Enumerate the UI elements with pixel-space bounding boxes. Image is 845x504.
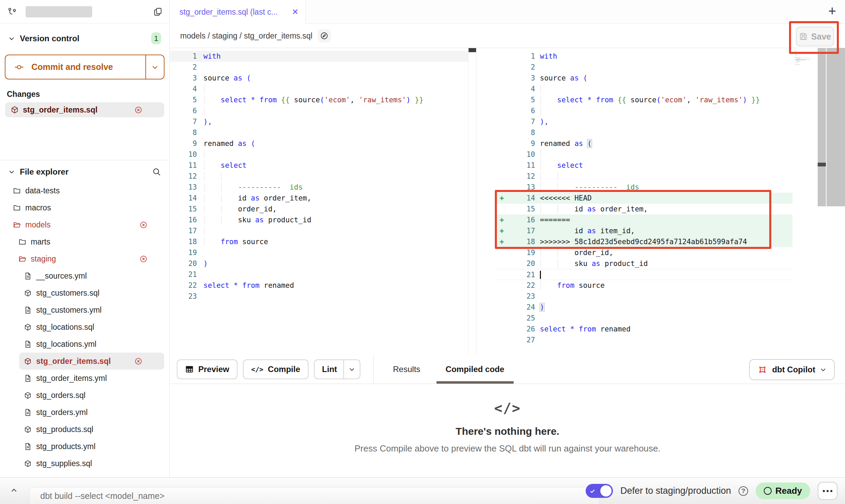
- chevron-down-icon[interactable]: [8, 35, 15, 42]
- doc-icon: [24, 340, 32, 348]
- code-line-11: 11 select: [496, 160, 792, 171]
- code-line-7: 7),: [170, 116, 468, 127]
- code-line-9: 9renamed as (: [170, 138, 468, 149]
- tree-item-stg-locations-sql[interactable]: stg_locations.sql: [0, 318, 169, 336]
- code-line-4: 4: [170, 84, 468, 94]
- lineage-compass-button[interactable]: [318, 29, 331, 42]
- tree-item-stg-orders-yml[interactable]: stg_orders.yml: [0, 404, 169, 421]
- empty-state-subtitle: Press Compile above to preview the SQL d…: [170, 443, 845, 454]
- cube-icon: [24, 289, 32, 297]
- code-line-10: 10: [496, 149, 792, 160]
- status-badge: Ready: [756, 483, 810, 499]
- tree-item-label: marts: [31, 237, 51, 247]
- tree-item-label: staging: [31, 254, 56, 264]
- chevron-down-icon[interactable]: [8, 168, 15, 175]
- folder-open-icon: [13, 221, 21, 229]
- code-line-18: +18>>>>>>> 58c1dd23d5eebd9cd2495fa7124ab…: [496, 236, 792, 247]
- code-line-19: 19 order_id,: [496, 247, 792, 258]
- code-line-20: 20): [170, 258, 468, 269]
- command-placeholder: dbt build --select <model_name>: [40, 491, 164, 501]
- tree-item-label: stg_orders.yml: [36, 408, 88, 417]
- discard-change-icon[interactable]: [140, 221, 147, 229]
- tree-item-models[interactable]: models: [0, 216, 169, 233]
- code-line-23: 23: [170, 291, 468, 302]
- compile-button[interactable]: </> Compile: [243, 359, 309, 379]
- defer-toggle[interactable]: [586, 484, 613, 498]
- tab-results[interactable]: Results: [384, 355, 430, 384]
- code-line-4: 4: [496, 84, 792, 94]
- editor-pane-current[interactable]: 1with23source as (45 select * from {{ so…: [496, 48, 845, 355]
- sidebar: Version control 1 Commit and resolve Cha…: [0, 0, 170, 477]
- command-input[interactable]: dbt build --select <model_name>: [29, 487, 600, 504]
- commit-options-caret[interactable]: [145, 55, 164, 79]
- code-line-5: 5 select * from {{ source('ecom', 'raw_i…: [170, 94, 468, 105]
- dbt-copilot-button[interactable]: dbt Copilot: [749, 359, 835, 380]
- code-line-16: +16=======: [496, 214, 792, 225]
- tree-item-data-tests[interactable]: data-tests: [0, 182, 169, 199]
- tab-bar: stg_order_items.sql (last c... ✕ +: [170, 0, 845, 24]
- tree-item-stg-customers-sql[interactable]: stg_customers.sql: [0, 284, 169, 301]
- tree-item-stg-products-sql[interactable]: stg_products.sql: [0, 421, 169, 438]
- close-tab-icon[interactable]: ✕: [292, 7, 299, 17]
- help-icon[interactable]: ?: [739, 486, 748, 496]
- copy-icon[interactable]: [153, 7, 162, 16]
- search-icon[interactable]: [152, 167, 161, 176]
- commit-and-resolve-button[interactable]: Commit and resolve: [5, 55, 164, 79]
- discard-change-icon[interactable]: [134, 357, 142, 365]
- table-icon: [185, 365, 194, 374]
- changed-file-item[interactable]: stg_order_items.sql: [5, 102, 164, 117]
- add-tab-button[interactable]: +: [828, 4, 836, 18]
- tree-item-staging[interactable]: staging: [0, 250, 169, 267]
- tree-item-stg-locations-yml[interactable]: stg_locations.yml: [0, 336, 169, 353]
- right-pane-scrollbar[interactable]: [818, 48, 826, 206]
- minimap[interactable]: 1with23source as (45 select * from {{ so…: [794, 49, 816, 97]
- editor-pane-original[interactable]: 1with23source as (45 select * from {{ so…: [170, 48, 468, 355]
- empty-state-title: There's nothing here.: [170, 426, 845, 437]
- tree-item-stg-products-yml[interactable]: stg_products.yml: [0, 438, 169, 455]
- breadcrumb-row: models / staging / stg_order_items.sql: [170, 24, 845, 48]
- git-branch-icon[interactable]: [8, 7, 17, 16]
- panel-scrollbar[interactable]: [827, 48, 845, 206]
- tree-item-stg-order-items-yml[interactable]: stg_order_items.yml: [0, 370, 169, 387]
- tree-item-marts[interactable]: marts: [0, 233, 169, 250]
- chevron-up-icon[interactable]: [10, 486, 18, 495]
- tree-item-label: stg_customers.sql: [36, 288, 99, 298]
- copilot-sparkle-icon: [757, 365, 768, 375]
- tree-item-stg-order-items-sql[interactable]: stg_order_items.sql: [19, 353, 164, 370]
- tab-compiled-code[interactable]: Compiled code: [436, 355, 514, 384]
- tree-item-macros[interactable]: macros: [0, 199, 169, 216]
- discard-change-icon[interactable]: [134, 106, 142, 114]
- changed-file-name: stg_order_items.sql: [23, 105, 98, 115]
- compile-label: Compile: [268, 365, 300, 374]
- tree-item-label: stg_supplies.sql: [36, 459, 92, 468]
- save-button[interactable]: Save: [796, 27, 834, 46]
- tree-item-label: stg_products.sql: [36, 425, 93, 434]
- doc-icon: [24, 409, 32, 416]
- code-line-27: 27: [496, 335, 792, 345]
- code-line-13: 13 ---------- ids: [170, 182, 468, 193]
- floppy-disk-icon: [799, 32, 808, 41]
- lint-button[interactable]: Lint: [314, 359, 360, 379]
- tab-stg-order-items[interactable]: stg_order_items.sql (last c... ✕: [170, 0, 306, 24]
- lint-options-caret[interactable]: [343, 360, 360, 379]
- code-brackets-icon: </>: [170, 400, 845, 416]
- folder-icon: [18, 238, 26, 246]
- check-icon: [589, 488, 596, 494]
- file-tree: data-testsmacrosmodelsmartsstaging__sour…: [0, 182, 169, 472]
- preview-button[interactable]: Preview: [177, 359, 238, 379]
- code-line-14: 14 id as order_item,: [170, 193, 468, 204]
- code-line-21: 21: [170, 269, 468, 280]
- ready-label: Ready: [775, 486, 802, 496]
- discard-change-icon[interactable]: [140, 255, 147, 263]
- folder-icon: [13, 187, 21, 195]
- code-brackets-icon: </>: [251, 365, 263, 373]
- code-line-15: 15 order_id,: [170, 204, 468, 214]
- more-options-button[interactable]: [818, 482, 837, 500]
- left-pane-scrollbar[interactable]: [468, 48, 476, 355]
- tree-item-label: __sources.yml: [36, 271, 87, 281]
- tree-item-stg-supplies-sql[interactable]: stg_supplies.sql: [0, 455, 169, 472]
- tree-item--sources-yml[interactable]: __sources.yml: [0, 267, 169, 284]
- tree-item-stg-customers-yml[interactable]: stg_customers.yml: [0, 301, 169, 318]
- tree-item-stg-orders-sql[interactable]: stg_orders.sql: [0, 387, 169, 404]
- tree-item-label: stg_order_items.yml: [36, 374, 107, 383]
